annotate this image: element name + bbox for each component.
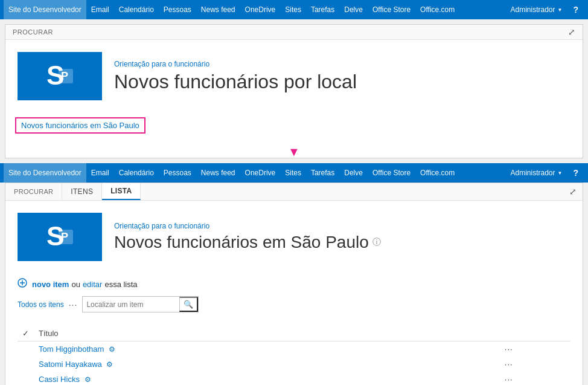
sharepoint-logo-2: S P xyxy=(18,213,102,261)
nav2-item-tarefas[interactable]: Tarefas xyxy=(306,163,339,183)
row-title-2: Cassi Hicks ⚙ xyxy=(34,372,500,385)
nav-item-pessoas-label: Pessoas xyxy=(164,5,191,14)
tab-lista[interactable]: LISTA xyxy=(102,183,141,200)
nav2-item-calendario-label: Calendário xyxy=(119,169,154,177)
nav2-help-label: ? xyxy=(573,168,578,178)
settings-icon-0[interactable]: ⚙ xyxy=(109,345,115,354)
nav2-item-officecom[interactable]: Office.com xyxy=(415,163,459,183)
new-item-link[interactable]: novo item xyxy=(32,280,69,289)
edit-link[interactable]: editar xyxy=(83,280,103,289)
row-dots-0[interactable]: ··· xyxy=(500,341,570,357)
col-check: ✓ xyxy=(18,326,34,341)
nav-item-officecom[interactable]: Office.com xyxy=(415,0,459,19)
procurar-bar: PROCURAR ⤢ xyxy=(5,25,583,40)
table-row: Satomi Hayakawa ⚙ ··· xyxy=(18,357,570,372)
nav2-item-officestore-label: Office Store xyxy=(372,169,411,177)
item-link-2[interactable]: Cassi Hicks xyxy=(39,375,80,384)
search-box: 🔍 xyxy=(82,296,199,312)
item-link-0[interactable]: Tom Higginbotham xyxy=(39,345,104,354)
row-dots-1[interactable]: ··· xyxy=(500,357,570,372)
nav-bar-2: Site do Desenvolvedor Email Calendário P… xyxy=(0,163,588,183)
nav2-item-calendario[interactable]: Calendário xyxy=(114,163,159,183)
info-icon[interactable]: ⓘ xyxy=(372,237,381,248)
filter-row: Todos os itens ··· 🔍 xyxy=(18,296,570,312)
col-title: Título xyxy=(34,326,500,341)
nav-item-onedrive[interactable]: OneDrive xyxy=(240,0,281,19)
nav-item-tarefas-label: Tarefas xyxy=(311,5,334,14)
link-with-border: Novos funcionários em São Paulo xyxy=(15,117,145,134)
link-section: Novos funcionários em São Paulo xyxy=(5,112,583,143)
svg-text:P: P xyxy=(61,70,68,82)
table-header-row: ✓ Título xyxy=(18,326,570,341)
hero-subtitle-2: Orientação para o funcionário xyxy=(114,222,570,230)
hero-text-2: Orientação para o funcionário Novos func… xyxy=(114,222,570,252)
nav2-item-onedrive-label: OneDrive xyxy=(245,169,276,177)
nav-help-button[interactable]: ? xyxy=(567,0,584,19)
tab-itens-label: ITENS xyxy=(71,187,93,196)
nav2-help-button[interactable]: ? xyxy=(567,163,584,183)
row-title-0: Tom Higginbotham ⚙ xyxy=(34,341,500,357)
item-link-1[interactable]: Satomi Hayakawa xyxy=(39,360,102,369)
tabs-left: PROCURAR ITENS LISTA xyxy=(5,183,141,200)
nav2-item-delve[interactable]: Delve xyxy=(339,163,368,183)
nav-item-email-label: Email xyxy=(91,5,109,14)
nav-item-delve-label: Delve xyxy=(344,5,363,14)
search-input[interactable] xyxy=(83,299,179,311)
svg-text:P: P xyxy=(61,231,68,243)
nav-item-tarefas[interactable]: Tarefas xyxy=(306,0,339,19)
expand-icon[interactable]: ⤢ xyxy=(568,27,575,37)
nav2-item-site-label: Site do Desenvolvedor xyxy=(8,169,81,177)
nav2-item-email[interactable]: Email xyxy=(86,163,114,183)
nav2-item-pessoas[interactable]: Pessoas xyxy=(159,163,196,183)
hero-title: Novos funcionários por local xyxy=(114,71,570,93)
add-icon[interactable] xyxy=(18,278,27,290)
nav-item-sites[interactable]: Sites xyxy=(280,0,306,19)
nav-item-site[interactable]: Site do Desenvolvedor xyxy=(4,0,86,19)
saopaulo-link[interactable]: Novos funcionários em São Paulo xyxy=(21,121,139,130)
nav-item-officestore[interactable]: Office Store xyxy=(368,0,415,19)
tab-procurar-label: PROCURAR xyxy=(14,188,53,195)
nav-admin-label: Administrador xyxy=(510,5,555,14)
nav2-admin-button[interactable]: Administrador ▼ xyxy=(505,169,567,177)
nav-admin-button[interactable]: Administrador ▼ xyxy=(505,5,567,14)
help-label: ? xyxy=(573,5,578,15)
nav-item-pessoas[interactable]: Pessoas xyxy=(159,0,196,19)
nav2-item-officestore[interactable]: Office Store xyxy=(368,163,415,183)
nav-item-calendario[interactable]: Calendário xyxy=(114,0,159,19)
settings-icon-2[interactable]: ⚙ xyxy=(85,375,91,384)
add-new-row: novo item ou editar essa lista xyxy=(18,278,570,290)
nav-item-newsfeed-label: News feed xyxy=(201,5,235,14)
row-dots-2[interactable]: ··· xyxy=(500,372,570,385)
search-button[interactable]: 🔍 xyxy=(179,297,198,312)
nav-item-sites-label: Sites xyxy=(285,5,301,14)
arrow-section: ▼ xyxy=(5,143,583,158)
nav2-item-newsfeed-label: News feed xyxy=(201,169,235,177)
nav2-item-sites[interactable]: Sites xyxy=(280,163,306,183)
procurar-label: PROCURAR xyxy=(13,28,53,36)
settings-icon-1[interactable]: ⚙ xyxy=(106,360,113,369)
nav2-admin-label: Administrador xyxy=(510,169,555,177)
down-arrow-icon: ▼ xyxy=(288,146,300,158)
filter-label[interactable]: Todos os itens xyxy=(18,300,64,309)
nav2-item-site[interactable]: Site do Desenvolvedor xyxy=(4,163,86,183)
tab-procurar[interactable]: PROCURAR xyxy=(5,183,62,200)
nav-item-delve[interactable]: Delve xyxy=(339,0,368,19)
table-wrapper: ✓ Título Tom Higginbotham ⚙ ··· Satomi H… xyxy=(5,326,583,385)
row-check-2 xyxy=(18,372,34,385)
nav2-item-officecom-label: Office.com xyxy=(420,169,455,177)
nav2-item-onedrive[interactable]: OneDrive xyxy=(240,163,281,183)
row-check-0 xyxy=(18,341,34,357)
tab-itens[interactable]: ITENS xyxy=(62,183,102,200)
tab-lista-label: LISTA xyxy=(110,187,132,195)
nav-item-email[interactable]: Email xyxy=(86,0,114,19)
table-row: Tom Higginbotham ⚙ ··· xyxy=(18,341,570,357)
hero-text: Orientação para o funcionário Novos func… xyxy=(114,60,570,93)
expand-icon-2[interactable]: ⤢ xyxy=(569,187,583,196)
top-panel: PROCURAR ⤢ S P Orientação para o funcion… xyxy=(5,24,583,158)
filter-dots[interactable]: ··· xyxy=(69,300,78,309)
nav-item-newsfeed[interactable]: News feed xyxy=(196,0,240,19)
nav2-chevron-down-icon: ▼ xyxy=(558,170,563,176)
row-check-1 xyxy=(18,357,34,372)
hero-subtitle: Orientação para o funcionário xyxy=(114,60,570,68)
nav2-item-newsfeed[interactable]: News feed xyxy=(196,163,240,183)
